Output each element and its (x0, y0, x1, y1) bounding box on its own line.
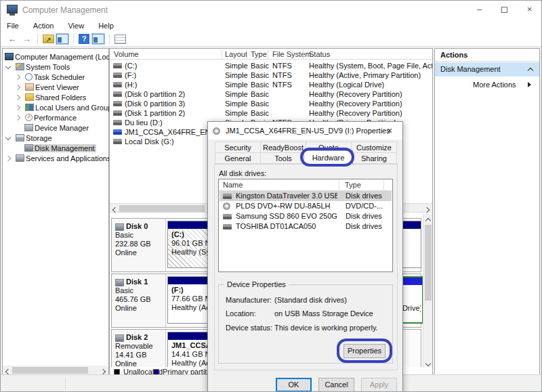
menu-file[interactable]: File (1, 20, 25, 32)
tree-item-shared-folders[interactable]: Shared Folders (3, 92, 108, 102)
column-file-system[interactable]: File System (272, 49, 311, 60)
expand-chevron-icon[interactable] (5, 63, 11, 68)
menu-action[interactable]: Action (27, 20, 60, 32)
scroll-thumb[interactable] (425, 225, 432, 301)
disk-drives-list[interactable]: Name Type Kingston DataTraveler 3.0 USB … (218, 179, 393, 272)
expand-chevron-icon[interactable] (5, 156, 11, 161)
tab-tools[interactable]: Tools (260, 152, 306, 164)
scroll-down-icon[interactable] (423, 357, 433, 367)
window-titlebar[interactable]: Computer Management – × (1, 1, 541, 20)
volume-row[interactable]: (H:) Simple Basic NTFS Healthy (Logical … (110, 80, 432, 89)
scroll-right-icon[interactable] (423, 204, 432, 213)
back-icon[interactable] (6, 33, 18, 45)
volume-row[interactable]: (C:) Simple Basic NTFS Healthy (System, … (110, 61, 432, 70)
drives-list-header: Name Type (219, 179, 392, 191)
menu-view[interactable]: View (62, 20, 90, 32)
expand-chevron-icon[interactable] (15, 74, 20, 80)
system-tools-icon (16, 63, 24, 70)
tab-customize[interactable]: Customize (351, 141, 397, 153)
tree-hscrollbar[interactable] (3, 366, 108, 375)
drive-row[interactable]: PLDS DVD+-RW DU-8A5LH DVD/CD-... (220, 201, 392, 211)
maximize-icon (501, 7, 507, 13)
column-status[interactable]: Status (309, 49, 330, 60)
dialog-title: JM1_CCSA_X64FRE_EN-US_DV9 (I:) Propertie… (226, 122, 390, 139)
drive-icon (113, 72, 122, 78)
tab-sharing[interactable]: Sharing (351, 152, 397, 164)
tree-item-event-viewer[interactable]: Event Viewer (3, 82, 108, 92)
volume-row[interactable]: (Disk 0 partition 2) Simple Basic Health… (110, 89, 432, 99)
drive-row[interactable]: Samsung SSD 860 EVO 250GB Disk drives (220, 211, 392, 221)
forward-icon[interactable] (20, 33, 33, 45)
dialog-titlebar[interactable]: JM1_CCSA_X64FRE_EN-US_DV9 (I:) Propertie… (208, 122, 402, 139)
volume-row[interactable]: (F:) Simple Basic NTFS Healthy (Active, … (110, 70, 432, 80)
properties-pane-icon[interactable] (114, 35, 126, 44)
column-type[interactable]: Type (345, 179, 361, 191)
tree-item-task-scheduler[interactable]: Task Scheduler (3, 72, 108, 82)
collapse-chevron-icon[interactable] (528, 68, 533, 73)
actions-disk-management[interactable]: Disk Management (435, 62, 539, 77)
expand-chevron-icon[interactable] (15, 95, 20, 100)
drive-icon (223, 194, 232, 199)
export-list-icon[interactable] (43, 35, 54, 43)
tree-item-device-manager[interactable]: Device Manager (3, 123, 108, 133)
divider (247, 49, 247, 59)
tree-item-disk-management[interactable]: Disk Management (3, 143, 108, 153)
divider (73, 34, 74, 44)
drive-row-selected[interactable]: Kingston DataTraveler 3.0 USB Device Dis… (220, 191, 392, 201)
cancel-button[interactable]: Cancel (318, 378, 354, 392)
scroll-thumb[interactable] (119, 205, 205, 212)
column-volume[interactable]: Volume (114, 49, 139, 60)
tab-security[interactable]: Security (215, 141, 261, 153)
tab-general[interactable]: General (215, 152, 261, 164)
menu-help[interactable]: Help (92, 20, 120, 32)
volume-row[interactable]: (Disk 1 partition 2) Simple Basic Health… (110, 108, 432, 118)
location-label: Location: (226, 309, 256, 318)
close-button[interactable]: × (517, 1, 542, 20)
drive-row[interactable]: TOSHIBA DT01ACA050 Disk drives (220, 221, 392, 232)
tab-readyboost[interactable]: ReadyBoost (260, 141, 306, 153)
properties-button-annotation-oval (337, 339, 392, 363)
column-type[interactable]: Type (251, 49, 267, 60)
divider (222, 49, 222, 59)
dialog-close-icon[interactable]: × (379, 123, 400, 139)
tree-item-services-applications[interactable]: Services and Applications (3, 153, 108, 163)
tree-item-local-users-groups[interactable]: Local Users and Groups (3, 102, 108, 112)
tree-item-system-tools[interactable]: System Tools (3, 62, 108, 72)
actions-more-actions[interactable]: More Actions (435, 79, 539, 91)
drive-icon (113, 120, 122, 125)
minimize-button[interactable]: – (467, 1, 492, 20)
drive-icon (113, 129, 122, 135)
action-pane-toggle-icon[interactable] (92, 34, 104, 44)
properties-dialog: JM1_CCSA_X64FRE_EN-US_DV9 (I:) Propertie… (207, 121, 403, 392)
expand-chevron-icon[interactable] (5, 134, 11, 139)
graphical-vscrollbar[interactable] (423, 214, 432, 367)
column-name[interactable]: Name (223, 179, 243, 191)
maximize-button[interactable] (492, 1, 517, 20)
volume-row[interactable]: (Disk 0 partition 3) Simple Basic Health… (110, 99, 432, 108)
expand-chevron-icon[interactable] (15, 115, 20, 121)
expand-chevron-icon[interactable] (15, 105, 20, 110)
ok-button[interactable]: OK (276, 378, 312, 392)
users-icon (25, 104, 34, 111)
divider (109, 34, 110, 44)
expand-chevron-icon[interactable] (15, 85, 20, 90)
console-tree-toggle-icon[interactable] (56, 34, 68, 44)
divider (37, 34, 38, 44)
drive-icon (113, 110, 122, 116)
scroll-left-icon[interactable] (3, 366, 12, 375)
tree-item-performance[interactable]: Performance (3, 112, 108, 123)
tree-item-storage[interactable]: Storage (3, 133, 108, 143)
device-manager-icon (24, 124, 33, 131)
scroll-right-icon[interactable] (99, 366, 108, 375)
device-status-value: This device is working properly. (274, 324, 378, 332)
disc-icon (213, 127, 220, 135)
scroll-left-icon[interactable] (110, 204, 119, 213)
drive-icon (113, 101, 122, 106)
all-disk-drives-label: All disk drives: (219, 169, 266, 177)
help-icon[interactable]: ? (79, 34, 89, 44)
tree-item-computer-management[interactable]: Computer Management (Local (3, 51, 108, 62)
computer-management-window: Computer Management – × File Action View… (0, 0, 542, 392)
scroll-up-icon[interactable] (423, 214, 433, 223)
column-layout[interactable]: Layout (225, 49, 247, 60)
scroll-thumb[interactable] (12, 367, 88, 374)
